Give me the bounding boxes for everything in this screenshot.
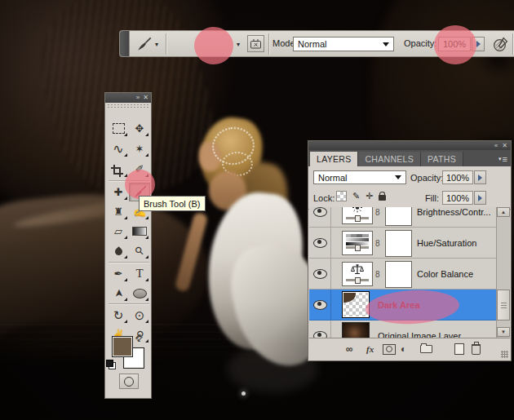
layer-name[interactable]: Hue/Saturation (417, 238, 476, 248)
fill-field[interactable]: 100% (442, 191, 473, 205)
tool-3d-orbit[interactable]: ⊙ (129, 306, 150, 325)
brush-size-caret[interactable]: ▾ (237, 42, 240, 48)
quick-mask-button[interactable] (119, 374, 139, 389)
visibility-eye-icon[interactable] (313, 238, 327, 248)
color-balance-adjustment-thumbnail[interactable] (342, 262, 373, 286)
visibility-eye-icon[interactable] (313, 300, 327, 310)
toggle-brushes-panel-button[interactable] (247, 35, 264, 52)
lock-all-icon[interactable] (379, 195, 386, 201)
scroll-down-button[interactable]: ▼ (497, 327, 510, 337)
mask-icon (383, 344, 396, 355)
layers-list: 8 Brightness/Contr... 8 Hue/Saturatio (309, 207, 496, 339)
layer-opacity-slider-button[interactable] (474, 170, 486, 184)
layer-opacity-value: 100% (446, 173, 469, 183)
visibility-eye-icon[interactable] (313, 207, 327, 217)
link-layers-button[interactable]: ∞ (346, 343, 353, 355)
tool-ellipse-shape[interactable] (129, 284, 150, 303)
collapse-icon[interactable]: » (136, 95, 140, 101)
preset-dropdown-caret[interactable]: ▾ (155, 42, 158, 48)
rotate-3d-icon: ↻ (113, 309, 124, 321)
opacity-value: 100% (443, 39, 466, 49)
layers-scrollbar[interactable]: ▲ ▼ (496, 207, 510, 339)
airbrush-toggle-button[interactable] (491, 35, 510, 54)
layer-row-hue-saturation[interactable]: 8 Hue/Saturation (309, 228, 496, 259)
layer-mask-thumbnail[interactable] (385, 230, 412, 257)
close-icon[interactable]: ✕ (143, 95, 148, 101)
lock-buttons: ✎ ✛ (336, 191, 386, 201)
tool-preset-picker[interactable] (133, 34, 154, 54)
new-group-button[interactable] (420, 345, 432, 353)
opacity-field[interactable]: 100% (438, 37, 471, 51)
layer-row-color-balance[interactable]: 8 Color Balance (309, 259, 496, 290)
panel-menu-button[interactable]: ▾ ≡ (498, 154, 507, 164)
default-colors-icon-fg[interactable] (106, 360, 113, 367)
tool-rectangular-marquee[interactable] (108, 119, 129, 138)
new-adjustment-layer-button[interactable]: ◐ (401, 343, 406, 355)
layer-mask-thumbnail[interactable] (385, 261, 412, 288)
layer-opacity-label: Opacity: (410, 173, 443, 183)
tab-paths[interactable]: PATHS (421, 152, 463, 166)
hue-saturation-adjustment-thumbnail[interactable] (342, 231, 373, 255)
lock-position-icon[interactable]: ✛ (366, 192, 373, 201)
visibility-eye-icon[interactable] (313, 269, 327, 279)
layer-name[interactable]: Dark Area (378, 300, 420, 310)
separator (268, 33, 269, 55)
tool-3d-rotate[interactable]: ↻ (108, 306, 129, 325)
tool-lasso[interactable]: ∿ (108, 139, 129, 158)
thumbnail-paint-corner (343, 293, 356, 303)
blend-mode-value: Normal (298, 39, 326, 49)
collapse-icon[interactable]: « (494, 143, 498, 149)
fill-slider-button[interactable] (474, 191, 486, 205)
layer-row-original-image[interactable]: Original Image Layer (309, 321, 496, 339)
close-icon[interactable]: ✕ (502, 143, 507, 149)
layer-row-dark-area[interactable]: Dark Area (309, 290, 496, 321)
brush-size-preview[interactable] (198, 33, 233, 55)
panel-grip[interactable] (107, 104, 149, 108)
layer-opacity-field[interactable]: 100% (442, 170, 473, 184)
tool-healing-brush[interactable]: ✚ (108, 183, 129, 201)
tool-path-selection[interactable]: ➤ (108, 284, 129, 303)
chevron-down-icon (395, 175, 401, 179)
tool-type[interactable]: T (129, 264, 150, 283)
new-layer-button[interactable] (454, 343, 464, 355)
tools-panel-header: » ✕ (105, 93, 151, 103)
tool-blur[interactable] (108, 241, 129, 260)
add-layer-mask-button[interactable] (383, 344, 396, 355)
slider-arrow-icon (476, 41, 481, 47)
layer-name[interactable]: Brightness/Contr... (417, 207, 491, 217)
options-bar: ▾ 70 ▾ Mode: Normal Opacity: 100% (119, 30, 514, 57)
original-image-thumbnail[interactable] (342, 322, 370, 339)
scroll-thumb[interactable] (497, 290, 510, 321)
tool-magic-wand[interactable]: ✶ (129, 139, 150, 158)
scales-icon (343, 263, 372, 276)
panel-resize-grip[interactable] (501, 351, 508, 358)
opacity-slider-button[interactable] (472, 37, 485, 51)
tool-eyedropper[interactable]: ✐ (129, 160, 150, 179)
tool-gradient[interactable] (129, 222, 150, 241)
brightness-adjustment-thumbnail[interactable] (342, 207, 373, 224)
tool-crop[interactable] (108, 160, 129, 179)
scroll-up-button[interactable]: ▲ (497, 207, 510, 217)
options-bar-grip[interactable] (120, 31, 130, 56)
blend-mode-dropdown[interactable]: Normal (293, 37, 394, 51)
tool-clone-stamp[interactable]: ♜ (108, 202, 129, 221)
tool-move[interactable]: ✥ (129, 119, 150, 138)
dark-area-layer-thumbnail[interactable] (342, 291, 370, 318)
tab-layers[interactable]: LAYERS (310, 152, 358, 166)
tab-channels[interactable]: CHANNELS (358, 152, 421, 166)
tool-pen[interactable]: ✒ (108, 264, 129, 283)
layer-style-fx-button[interactable]: fx (366, 344, 374, 354)
ellipse-icon (133, 289, 147, 298)
photoshop-workspace: ▾ 70 ▾ Mode: Normal Opacity: 100% (0, 0, 514, 420)
layer-row-brightness[interactable]: 8 Brightness/Contr... (309, 207, 496, 228)
tool-dodge[interactable]: ⚲ (129, 241, 150, 260)
tool-eraser[interactable]: ▱ (108, 222, 129, 241)
lock-paint-icon[interactable]: ✎ (352, 192, 360, 201)
delete-layer-button[interactable] (472, 344, 481, 355)
layer-mask-thumbnail[interactable] (385, 207, 412, 226)
foreground-color-swatch[interactable] (112, 336, 133, 357)
hue-saturation-icon (343, 232, 372, 245)
layer-blend-mode-dropdown[interactable]: Normal (313, 170, 406, 184)
layer-name[interactable]: Color Balance (417, 269, 473, 279)
lock-transparency-icon[interactable] (336, 191, 347, 201)
